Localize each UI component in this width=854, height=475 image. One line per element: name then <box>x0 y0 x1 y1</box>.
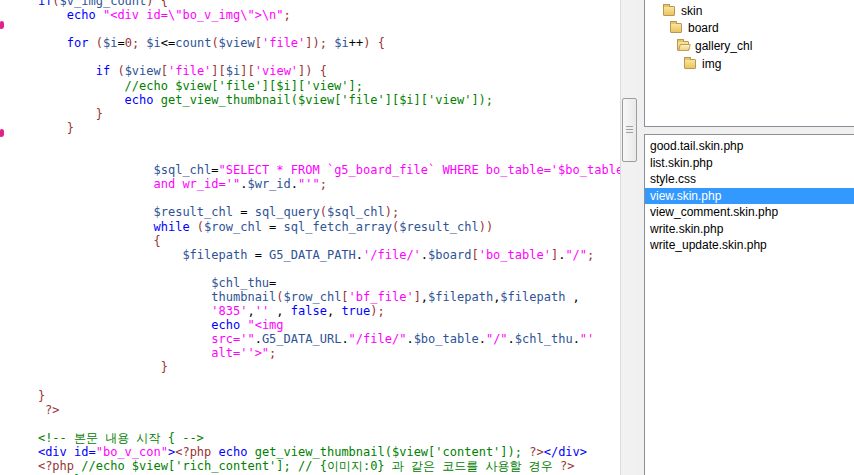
code-line: src='".G5_DATA_URL."/file/".$bo_table."/… <box>9 332 620 346</box>
code-line: and wr_id='".$wr_id."'"; <box>9 177 620 191</box>
folder-icon <box>670 23 682 33</box>
tree-item-label: gallery_chl <box>689 39 752 53</box>
code-line <box>9 22 620 36</box>
tree-item-skin[interactable]: skin <box>645 2 854 20</box>
code-line: <?php //echo $view['rich_content']; // {… <box>9 459 620 473</box>
file-list-item[interactable]: list.skin.php <box>645 155 854 172</box>
file-list-item[interactable]: view_comment.skin.php <box>645 204 854 221</box>
code-line: while ($row_chl = sql_fetch_array($resul… <box>9 220 620 234</box>
code-line <box>9 262 620 276</box>
file-list-item[interactable]: write.skin.php <box>645 221 854 238</box>
file-list-item[interactable]: write_update.skin.php <box>645 237 854 254</box>
tree-item-label: img <box>696 57 721 71</box>
scrollbar-thumb[interactable] <box>622 98 637 162</box>
file-list-item[interactable]: style.css <box>645 171 854 188</box>
code-line <box>9 375 620 389</box>
code-line: } <box>9 360 620 374</box>
code-line: $filepath = G5_DATA_PATH.'/file/'.$board… <box>9 248 620 262</box>
folder-tree-panel: skinboardgallery_chlimg <box>644 0 854 127</box>
folder-icon <box>684 59 696 69</box>
open-folder-icon <box>677 41 689 51</box>
code-line: //echo $view['file'][$i]['view']; <box>9 79 620 93</box>
app: { "colors": { "selection_bg": "#3399ff",… <box>0 0 854 475</box>
modified-line-marker-icon <box>0 129 4 137</box>
file-list: good.tail.skin.phplist.skin.phpstyle.css… <box>645 138 854 254</box>
code-line: } <box>9 389 620 403</box>
code-line <box>9 417 620 431</box>
code-line <box>9 191 620 205</box>
code-line: '835','' , false, true); <box>9 304 620 318</box>
file-list-item[interactable]: good.tail.skin.php <box>645 138 854 155</box>
code-line: for ($i=0; $i<=count($view['file']); $i+… <box>9 36 620 50</box>
code-line: echo get_view_thumbnail($view['file'][$i… <box>9 93 620 107</box>
code-line: $result_chl = sql_query($sql_chl); <box>9 205 620 219</box>
code-lines: if($v_img_count) { echo "<div id=\"bo_v_… <box>9 0 620 475</box>
file-list-item-selected[interactable]: view.skin.php <box>645 188 854 205</box>
code-line: echo "<div id=\"bo_v_img\">\n"; <box>9 8 620 22</box>
tree-item-label: skin <box>675 4 702 18</box>
scrollbar-grip-icon <box>626 126 633 134</box>
code-line: echo "<img <box>9 318 620 332</box>
tree-item-gallery_chl[interactable]: gallery_chl <box>645 37 854 55</box>
folder-tree: skinboardgallery_chlimg <box>645 2 854 72</box>
file-list-panel: good.tail.skin.phplist.skin.phpstyle.css… <box>644 134 854 475</box>
code-line: <!-- 본문 내용 시작 { --> <box>9 431 620 445</box>
code-line: ?> <box>9 403 620 417</box>
code-editor[interactable]: if($v_img_count) { echo "<div id=\"bo_v_… <box>0 0 620 475</box>
code-line: { <box>9 234 620 248</box>
code-line: $sql_chl="SELECT * FROM `g5_board_file` … <box>9 163 620 177</box>
folder-icon <box>663 6 675 16</box>
code-line: thumbnail($row_chl['bf_file'],$filepath,… <box>9 290 620 304</box>
tree-item-board[interactable]: board <box>645 20 854 38</box>
code-line: $chl_thu= <box>9 276 620 290</box>
code-line: if($v_img_count) { <box>9 0 620 8</box>
code-line: <div id="bo_v_con"><?php echo get_view_t… <box>9 445 620 459</box>
modified-line-marker-icon <box>0 21 4 29</box>
code-line <box>9 149 620 163</box>
code-line <box>9 50 620 64</box>
code-line: alt=''>"; <box>9 346 620 360</box>
code-line: } <box>9 121 620 135</box>
tree-item-img[interactable]: img <box>645 55 854 73</box>
editor-vertical-scrollbar[interactable] <box>620 0 638 475</box>
code-line: if ($view['file'][$i]['view']) { <box>9 64 620 78</box>
code-line: } <box>9 107 620 121</box>
tree-item-label: board <box>682 21 719 35</box>
code-line <box>9 135 620 149</box>
